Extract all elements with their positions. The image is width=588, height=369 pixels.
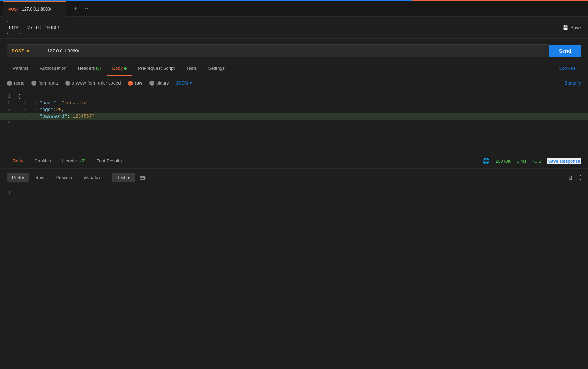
copy-icon-area: ⧉ ⛶	[569, 175, 581, 181]
view-tab-preview[interactable]: Preview	[51, 173, 77, 182]
line-number-4: 4	[0, 114, 18, 119]
add-tab-button[interactable]: +	[71, 4, 80, 14]
response-status-bar: 🌐 200 OK 5 ms 75 B Save Response	[483, 158, 581, 164]
headers-badge: (8)	[96, 66, 101, 71]
code-line-1: 1 {	[0, 93, 588, 100]
copy-icon[interactable]: ⧉	[569, 175, 572, 181]
response-headers-badge: (2)	[80, 158, 86, 163]
url-input[interactable]	[42, 44, 549, 57]
radio-urlencoded[interactable]: x-www-form-urlencoded	[65, 80, 121, 86]
status-size: 75 B	[532, 158, 541, 164]
text-dropdown-chevron-icon: ▾	[128, 175, 130, 180]
tab-authorization[interactable]: Authorization	[34, 61, 72, 76]
method-label: POST	[12, 48, 24, 54]
tab-body[interactable]: Body	[107, 61, 133, 76]
code-line-5: 5 }	[0, 120, 588, 126]
request-tabs-nav: Params Authorization Headers(8) Body Pre…	[0, 61, 588, 76]
response-body: 1	[0, 187, 588, 257]
http-icon: HTTP	[7, 21, 20, 34]
response-tab-headers[interactable]: Headers(2)	[57, 154, 91, 168]
code-line-4: 4 · · · · "password":"1234567"	[0, 113, 588, 120]
response-section: Body Cookies Headers(2) Test Results 🌐 2…	[0, 154, 588, 257]
url-display: 127.0.0.1:8080/	[25, 25, 558, 30]
globe-icon: 🌐	[483, 158, 490, 164]
code-line-2: 2 · · · · "name": "meowrain",	[0, 100, 588, 106]
url-bar-container: HTTP 127.0.0.1:8080/ 💾 Save	[0, 17, 588, 39]
response-view-bar: Pretty Raw Preview Visualize Text ▾ ⧉ ⛶	[0, 169, 588, 187]
resp-line-num-1: 1	[0, 190, 18, 196]
radio-form-data[interactable]: form-data	[31, 80, 58, 86]
radio-urlencoded-circle	[65, 81, 70, 86]
beautify-button[interactable]: Beautify	[564, 80, 581, 86]
view-tab-pretty[interactable]: Pretty	[7, 173, 29, 182]
view-tab-raw[interactable]: Raw	[30, 173, 49, 182]
send-button[interactable]: Send	[549, 45, 581, 57]
json-chevron-icon: ▾	[190, 80, 192, 86]
tab-headers[interactable]: Headers(8)	[72, 61, 107, 76]
more-options-button[interactable]: ···	[85, 6, 91, 12]
json-selector[interactable]: JSON ▾	[176, 80, 192, 86]
code-line-3: 3 · · · · "age":20,	[0, 106, 588, 113]
save-response-button[interactable]: Save Response	[547, 158, 581, 164]
response-tabs-nav: Body Cookies Headers(2) Test Results 🌐 2…	[0, 154, 588, 169]
radio-raw-circle	[128, 81, 133, 86]
method-chevron-icon: ▾	[27, 48, 29, 54]
tab-prerequest[interactable]: Pre-request Script	[132, 61, 180, 76]
body-active-dot	[124, 67, 127, 70]
save-button[interactable]: 💾 Save	[563, 25, 581, 30]
resp-line-1: 1	[0, 190, 588, 196]
tab-cookies[interactable]: Cookies	[553, 61, 581, 76]
tab-method: POST	[8, 7, 19, 11]
tab-actions: + ···	[71, 4, 91, 14]
tab-bar: POST 127.0.0.1:8080/ + ···	[0, 1, 588, 17]
radio-none-circle	[7, 81, 12, 86]
line-number-2: 2	[0, 100, 18, 106]
radio-binary[interactable]: binary	[149, 80, 169, 86]
code-editor[interactable]: 1 { 2 · · · · "name": "meowrain", 3 · · …	[0, 90, 588, 154]
line-number-1: 1	[0, 94, 18, 99]
radio-raw[interactable]: raw	[128, 80, 142, 86]
body-type-bar: none form-data x-www-form-urlencoded raw…	[0, 76, 588, 90]
radio-form-data-circle	[31, 81, 36, 86]
response-tab-test-results[interactable]: Test Results	[91, 154, 127, 168]
tab-url: 127.0.0.1:8080/	[22, 7, 51, 12]
line-number-5: 5	[0, 120, 18, 126]
tab-settings[interactable]: Settings	[202, 61, 230, 76]
save-icon: 💾	[563, 25, 568, 30]
active-tab[interactable]: POST 127.0.0.1:8080/	[3, 1, 66, 17]
text-dropdown[interactable]: Text ▾	[112, 173, 135, 182]
method-select[interactable]: POST ▾	[7, 44, 42, 57]
radio-none[interactable]: none	[7, 80, 24, 86]
status-ok: 200 OK	[495, 158, 511, 164]
tab-params[interactable]: Params	[7, 61, 34, 76]
response-tab-body[interactable]: Body	[7, 154, 29, 168]
radio-binary-circle	[149, 81, 154, 86]
status-time: 5 ms	[516, 158, 526, 164]
wrap-lines-icon[interactable]	[139, 175, 146, 181]
line-number-3: 3	[0, 107, 18, 112]
tab-tests[interactable]: Tests	[180, 61, 202, 76]
response-tab-cookies[interactable]: Cookies	[29, 154, 57, 168]
request-builder: POST ▾ Send	[0, 39, 588, 61]
expand-icon[interactable]: ⛶	[575, 175, 581, 181]
save-label: Save	[570, 25, 581, 30]
view-tab-visualize[interactable]: Visualize	[78, 173, 106, 182]
